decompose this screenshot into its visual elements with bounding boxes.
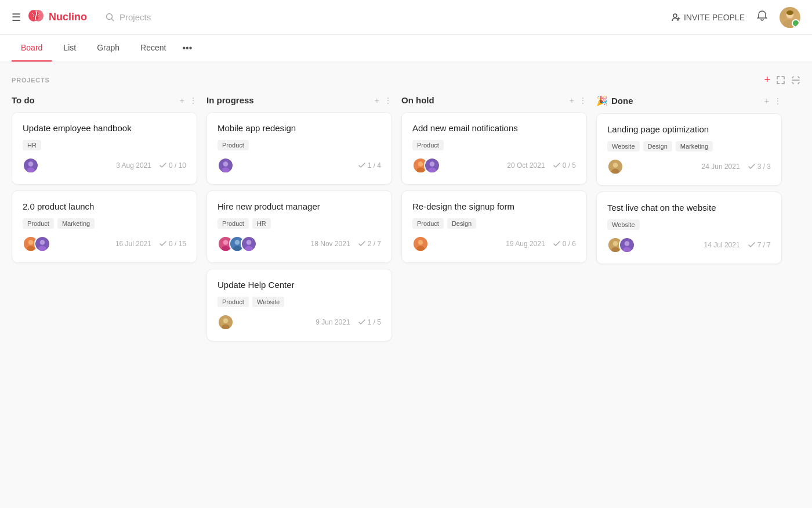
svg-point-28 — [233, 246, 241, 251]
column-menu-todo[interactable]: ⋮ — [189, 96, 197, 105]
avatar — [217, 157, 234, 174]
tag-product: Product — [217, 140, 249, 150]
tag-website: Website — [607, 219, 640, 230]
card-update-employee[interactable]: Update employee handbook HR — [12, 112, 197, 185]
tab-more-button[interactable]: ••• — [177, 35, 197, 62]
avatar — [619, 237, 635, 253]
card-live-chat[interactable]: Test live chat on the website Website — [596, 192, 782, 264]
column-header-onhold: On hold + ⋮ — [401, 95, 587, 105]
column-todo: To do + ⋮ Update employee handbook HR — [12, 95, 197, 347]
card-meta: 3 Aug 2021 0 / 10 — [116, 161, 186, 170]
card-avatars — [607, 237, 635, 253]
card-landing-page[interactable]: Landing page optimization Website Design… — [596, 113, 782, 186]
card-title: Add new email notifications — [412, 123, 576, 133]
add-project-button[interactable]: + — [764, 74, 770, 86]
menu-icon[interactable]: ☰ — [12, 11, 21, 24]
invite-people-button[interactable]: INVITE PEOPLE — [671, 13, 745, 22]
column-add-inprogress[interactable]: + — [375, 96, 379, 105]
card-avatars — [217, 157, 234, 174]
svg-point-48 — [613, 241, 618, 246]
done-emoji: 🎉 — [596, 95, 608, 106]
card-help-center[interactable]: Update Help Center Product Website — [206, 269, 392, 341]
tag-product: Product — [412, 218, 444, 229]
avatar — [607, 158, 624, 175]
card-title: 2.0 product launch — [23, 201, 186, 211]
card-email-notif[interactable]: Add new email notifications Product — [401, 112, 587, 185]
svg-point-27 — [235, 240, 240, 245]
user-avatar[interactable] — [780, 7, 800, 28]
avatar — [241, 236, 257, 252]
svg-point-30 — [246, 240, 252, 245]
column-menu-done[interactable]: ⋮ — [774, 96, 782, 106]
notification-icon[interactable] — [756, 10, 768, 24]
tab-graph[interactable]: Graph — [88, 35, 129, 62]
logo: Nuclino — [28, 9, 87, 26]
card-footer: 24 Jun 2021 3 / 3 — [607, 158, 771, 175]
card-date: 16 Jul 2021 — [115, 240, 151, 248]
expand-button[interactable] — [776, 75, 785, 85]
column-add-done[interactable]: + — [764, 96, 769, 106]
card-tags: Product — [412, 140, 576, 150]
avatar — [424, 157, 440, 174]
card-tags: Website Design Marketing — [607, 141, 771, 152]
avatar — [412, 236, 429, 252]
column-header-todo: To do + ⋮ — [12, 95, 197, 105]
card-title: Hire new product manager — [217, 201, 381, 211]
card-footer: 16 Jul 2021 0 / 15 — [23, 236, 186, 252]
svg-point-10 — [786, 10, 793, 15]
card-footer: 19 Aug 2021 0 / 6 — [412, 236, 576, 252]
card-meta: 24 Jun 2021 3 / 3 — [702, 163, 771, 171]
card-tasks: 0 / 10 — [160, 161, 186, 170]
tab-board[interactable]: Board — [12, 35, 52, 62]
svg-point-31 — [245, 246, 253, 251]
tag-product: Product — [217, 297, 249, 307]
card-meta: 16 Jul 2021 0 / 15 — [115, 240, 186, 248]
tab-list[interactable]: List — [54, 35, 85, 62]
card-product-launch[interactable]: 2.0 product launch Product Marketing — [12, 190, 197, 263]
card-meta: 1 / 4 — [358, 161, 381, 170]
collapse-button[interactable] — [791, 75, 800, 85]
card-title: Re-design the signup form — [412, 201, 576, 211]
svg-point-12 — [28, 161, 34, 167]
check-icon — [748, 163, 755, 170]
svg-point-25 — [222, 246, 230, 251]
header-right: INVITE PEOPLE — [671, 7, 800, 28]
projects-actions: + — [764, 74, 800, 86]
tag-hr: HR — [23, 140, 41, 150]
card-tasks: 0 / 6 — [553, 240, 576, 248]
svg-point-49 — [611, 247, 619, 253]
svg-point-19 — [38, 246, 46, 251]
avatar — [34, 236, 50, 252]
card-title: Landing page optimization — [607, 124, 771, 134]
card-tags: Product — [217, 140, 381, 150]
card-date: 20 Oct 2021 — [507, 161, 545, 170]
column-header-done: 🎉 Done + ⋮ — [596, 95, 782, 106]
card-footer: 3 Aug 2021 0 / 10 — [23, 157, 186, 174]
header: ☰ Nuclino Projects — [0, 0, 812, 35]
column-actions-onhold: + ⋮ — [570, 96, 587, 105]
card-hire-pm[interactable]: Hire new product manager Product HR — [206, 190, 392, 263]
check-icon — [358, 319, 365, 326]
column-add-todo[interactable]: + — [180, 96, 184, 105]
card-tasks: 0 / 5 — [553, 161, 576, 170]
card-avatars — [217, 236, 257, 252]
column-menu-inprogress[interactable]: ⋮ — [384, 96, 392, 105]
card-title: Test live chat on the website — [607, 203, 771, 212]
column-actions-todo: + ⋮ — [180, 96, 197, 105]
search-bar[interactable]: Projects — [106, 12, 151, 22]
card-title: Update employee handbook — [23, 123, 186, 133]
column-add-onhold[interactable]: + — [570, 96, 574, 105]
check-icon — [553, 240, 560, 247]
tag-product: Product — [217, 218, 249, 229]
card-footer: 20 Oct 2021 0 / 5 — [412, 157, 576, 174]
tag-marketing: Marketing — [57, 218, 95, 229]
card-avatars — [412, 157, 440, 174]
search-icon — [106, 13, 115, 22]
card-tasks: 7 / 7 — [748, 241, 771, 249]
card-tags: Website — [607, 219, 771, 230]
card-signup-form[interactable]: Re-design the signup form Product Design — [401, 190, 587, 263]
invite-label: INVITE PEOPLE — [684, 13, 745, 22]
tab-recent[interactable]: Recent — [131, 35, 175, 62]
column-menu-onhold[interactable]: ⋮ — [579, 96, 587, 105]
card-mobile-redesign[interactable]: Mobile app redesign Product — [206, 112, 392, 185]
